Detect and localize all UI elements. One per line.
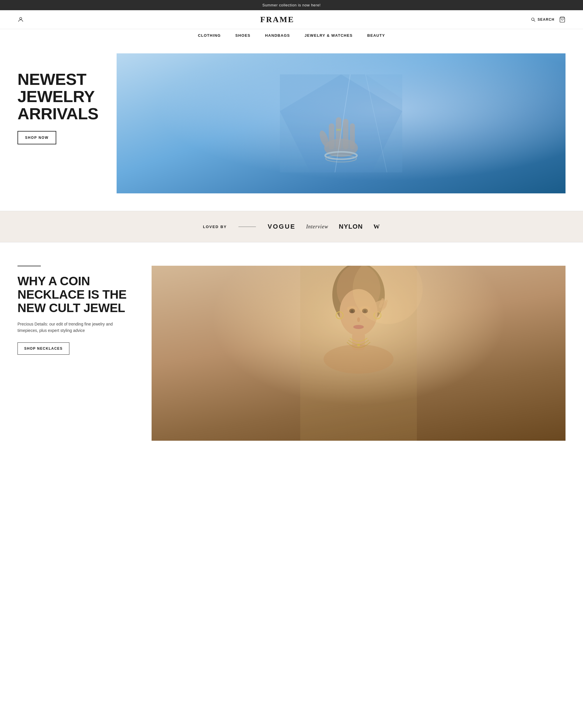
- announcement-bar: Summer collection is now here!: [0, 0, 583, 10]
- hero-heading: NEWEST JEWELRY ARRIVALS: [18, 71, 105, 122]
- search-button[interactable]: SEARCH: [530, 17, 554, 22]
- hero-cta-button[interactable]: SHOP NOW: [18, 131, 56, 145]
- loved-by-divider: [239, 227, 256, 227]
- brand-logo-interview: Interview: [306, 224, 328, 230]
- svg-point-0: [20, 18, 22, 20]
- article-image: [151, 266, 565, 441]
- svg-point-29: [353, 325, 364, 329]
- cart-icon[interactable]: [559, 16, 565, 23]
- article-text: WHY A COIN NECKLACE IS THE NEW CULT JEWE…: [18, 266, 128, 355]
- svg-point-30: [357, 344, 360, 346]
- svg-rect-10: [350, 123, 355, 149]
- account-icon[interactable]: [18, 16, 24, 23]
- svg-rect-8: [336, 117, 341, 149]
- loved-by-label: LOVED BY: [203, 225, 227, 229]
- hero-image: [117, 53, 565, 193]
- hero-section: NEWEST JEWELRY ARRIVALS SHOP NOW: [0, 42, 583, 211]
- nav-item-jewelry-watches[interactable]: JEWELRY & WATCHES: [305, 33, 353, 37]
- brand-logos: VOGUE Interview NYLON W: [268, 223, 380, 230]
- svg-point-1: [532, 18, 534, 20]
- nav-item-shoes[interactable]: SHOES: [235, 33, 250, 37]
- site-logo[interactable]: FRAME: [260, 15, 295, 24]
- article-image-inner: [151, 266, 565, 441]
- search-icon: [530, 17, 536, 22]
- article-person-illustration: [151, 266, 565, 441]
- brand-logo-w: W: [373, 223, 380, 230]
- hero-jewelry-illustration: [206, 74, 476, 172]
- announcement-text: Summer collection is now here!: [262, 3, 321, 7]
- header-left: [18, 16, 24, 23]
- brand-logo-vogue: VOGUE: [268, 223, 296, 230]
- article-heading: WHY A COIN NECKLACE IS THE NEW CULT JEWE…: [18, 275, 128, 315]
- svg-point-28: [357, 317, 360, 322]
- brand-logo-nylon: NYLON: [339, 223, 363, 230]
- svg-point-23: [324, 344, 393, 374]
- article-description: Precious Details: our edit of trending f…: [18, 321, 128, 334]
- main-nav: CLOTHING SHOES HANDBAGS JEWELRY & WATCHE…: [0, 29, 583, 42]
- search-label: SEARCH: [537, 18, 554, 22]
- nav-item-beauty[interactable]: BEAUTY: [367, 33, 385, 37]
- svg-rect-9: [343, 119, 348, 149]
- hero-text: NEWEST JEWELRY ARRIVALS SHOP NOW: [18, 53, 105, 145]
- article-cta-button[interactable]: SHOP NECKLACES: [18, 342, 70, 355]
- nav-item-handbags[interactable]: HANDBAGS: [265, 33, 290, 37]
- svg-rect-7: [329, 123, 334, 149]
- article-section: WHY A COIN NECKLACE IS THE NEW CULT JEWE…: [0, 242, 583, 458]
- hero-image-inner: [117, 53, 565, 193]
- header: FRAME SEARCH: [0, 10, 583, 29]
- header-right: SEARCH: [530, 16, 565, 23]
- loved-by-section: LOVED BY VOGUE Interview NYLON W: [0, 211, 583, 242]
- hero-image-container: [117, 53, 565, 193]
- svg-rect-14: [336, 129, 341, 131]
- svg-point-36: [347, 306, 357, 312]
- article-divider: [18, 266, 41, 266]
- svg-line-2: [534, 20, 535, 22]
- nav-item-clothing[interactable]: CLOTHING: [198, 33, 221, 37]
